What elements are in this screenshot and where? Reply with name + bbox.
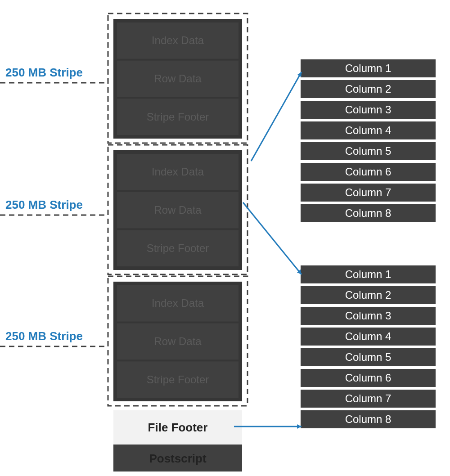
column-cell-label: Column 2: [345, 289, 392, 301]
stripe-size-label-1: 250 MB Stripe: [5, 66, 83, 79]
stripe-size-label-3: 250 MB Stripe: [5, 329, 83, 343]
column-cell-label: Column 5: [345, 145, 392, 157]
file-footer-label: File Footer: [148, 421, 208, 434]
column-cell-label: Column 4: [345, 124, 392, 136]
index-data-row-label: Index Data: [152, 34, 204, 46]
index-data-row-label: Index Data: [152, 166, 204, 178]
row-data-row-label: Row Data: [154, 335, 202, 347]
columns-group-top: Column 1Column 2Column 3Column 4Column 5…: [301, 59, 436, 222]
column-cell-label: Column 7: [345, 186, 392, 198]
column-cell-label: Column 8: [345, 413, 392, 425]
column-cell-label: Column 5: [345, 351, 392, 363]
stripe-2: Index DataRow DataStripe Footer250 MB St…: [0, 145, 248, 274]
row-data-row-label: Row Data: [154, 204, 202, 216]
column-cell-label: Column 6: [345, 166, 392, 178]
columns-group-bottom: Column 1Column 2Column 3Column 4Column 5…: [301, 265, 436, 428]
column-cell-label: Column 8: [345, 207, 392, 219]
arrow-rowdata-to-columns: [243, 202, 302, 274]
postscript-label: Postscript: [149, 452, 206, 465]
column-cell-label: Column 3: [345, 103, 392, 116]
stripe-1: Index DataRow DataStripe Footer250 MB St…: [0, 13, 248, 143]
index-data-row-label: Index Data: [152, 297, 204, 309]
column-cell-label: Column 4: [345, 330, 392, 342]
stripe-footer-row-label: Stripe Footer: [147, 111, 209, 123]
row-data-row-label: Row Data: [154, 72, 202, 85]
column-cell-label: Column 1: [345, 62, 392, 74]
stripe-footer-row-label: Stripe Footer: [147, 373, 209, 386]
column-cell-label: Column 7: [345, 392, 392, 404]
stripe-3: Index DataRow DataStripe Footer250 MB St…: [0, 276, 248, 406]
column-cell-label: Column 6: [345, 372, 392, 384]
stripe-footer-row-label: Stripe Footer: [147, 242, 209, 254]
column-cell-label: Column 2: [345, 83, 392, 95]
column-cell-label: Column 1: [345, 268, 392, 280]
column-cell-label: Column 3: [345, 310, 392, 322]
stripe-size-label-2: 250 MB Stripe: [5, 198, 83, 211]
arrow-index-to-columns: [251, 72, 302, 161]
